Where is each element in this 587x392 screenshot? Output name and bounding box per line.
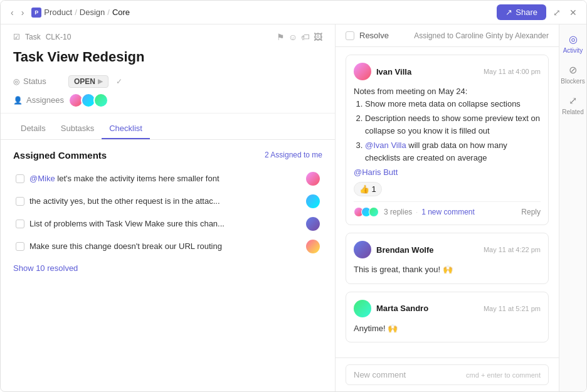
task-header: ☑ Task CLK-10 ⚑ ☺ 🏷 🖼 Task View Redesign…: [1, 24, 335, 114]
show-resolved-link[interactable]: Show 10 resolved: [13, 263, 78, 273]
author-ivan: Ivan Villa: [376, 67, 411, 77]
item-text-1: @Mike let's make the activity items here…: [29, 174, 301, 183]
new-comment-area: New comment cmd + enter to comment: [336, 358, 559, 391]
sidebar-related[interactable]: ⤢ Related: [559, 91, 586, 119]
task-id: Task: [25, 33, 41, 41]
comment-body-ivan: Notes from meeting on May 24: Show more …: [354, 85, 541, 164]
comment-header-marta: Marta Sandro May 11 at 5:21 pm: [354, 300, 541, 317]
status-label-text: Status: [23, 77, 46, 86]
close-button[interactable]: ✕: [568, 6, 579, 19]
nav-back-button[interactable]: ‹: [8, 6, 16, 19]
checklist-content: Assigned Comments 2 Assigned to me @Mike…: [1, 140, 335, 391]
new-comment-input[interactable]: New comment cmd + enter to comment: [346, 364, 549, 385]
blockers-icon: ⊘: [569, 64, 577, 76]
flag-icon[interactable]: ⚑: [277, 32, 285, 42]
nav-forward-button[interactable]: ›: [19, 6, 27, 19]
tag-icon[interactable]: 🏷: [301, 32, 310, 42]
item-avatar-3: [306, 217, 320, 231]
status-field: ◎ Status OPEN ▶ ✓: [13, 75, 322, 88]
app-container: ‹ › P Product / Design / Core ↗ Share ⤢ …: [0, 0, 587, 392]
tab-details[interactable]: Details: [13, 119, 53, 139]
checkbox-4[interactable]: [16, 242, 24, 251]
tabs: Details Subtasks Checklist: [1, 119, 335, 140]
comment-mention-haris[interactable]: @Haris Butt: [354, 167, 541, 177]
body-list: Show more meta data on collapse sections…: [354, 98, 541, 164]
assignees-label: 👤 Assignees: [13, 95, 63, 105]
tab-checklist[interactable]: Checklist: [102, 119, 150, 139]
nav-arrows: ‹ ›: [8, 6, 26, 19]
status-badge[interactable]: OPEN ▶: [68, 75, 108, 88]
blockers-label: Blockers: [561, 78, 584, 85]
activity-icon: ◎: [569, 33, 578, 45]
comment-brendan: Brendan Wolfe May 11 at 4:22 pm This is …: [346, 233, 549, 284]
task-id-value: CLK-10: [46, 33, 71, 41]
sidebar-blockers[interactable]: ⊘ Blockers: [559, 60, 586, 88]
item-avatar-1: [306, 172, 320, 186]
checklist-items: @Mike let's make the activity items here…: [13, 168, 322, 257]
mention-mike: @Mike: [29, 174, 55, 183]
avatar-marta: [354, 300, 371, 317]
time-brendan: May 11 at 4:22 pm: [484, 246, 541, 253]
left-panel: ☑ Task CLK-10 ⚑ ☺ 🏷 🖼 Task View Redesign…: [1, 24, 336, 391]
activity-panel: Resolve Assigned to Caroline Ginty by Al…: [336, 24, 559, 391]
tab-subtasks[interactable]: Subtasks: [53, 119, 102, 139]
reply-avatar-3: [369, 207, 379, 217]
emoji-icon[interactable]: ☺: [288, 32, 297, 42]
comment-header-brendan: Brendan Wolfe May 11 at 4:22 pm: [354, 241, 541, 258]
checkbox-3[interactable]: [16, 220, 24, 228]
list-item-2: Description needs to show some preview t…: [365, 112, 541, 137]
author-marta: Marta Sandro: [376, 304, 428, 313]
checkbox-2[interactable]: [16, 197, 24, 206]
body-title: Notes from meeting on May 24:: [354, 85, 541, 98]
task-title: Task View Redesign: [13, 48, 322, 66]
section-header: Assigned Comments 2 Assigned to me: [13, 150, 322, 161]
right-sidebar: ◎ Activity ⊘ Blockers ⤢ Related: [559, 24, 586, 391]
top-bar: ‹ › P Product / Design / Core ↗ Share ⤢ …: [1, 1, 586, 24]
checklist-item: the activity yes, but the other request …: [13, 191, 322, 212]
checkbox-1[interactable]: [16, 174, 24, 183]
status-label: ◎ Status: [13, 77, 63, 86]
comment-hint: cmd + enter to comment: [466, 371, 541, 379]
assignees-field: 👤 Assignees: [13, 93, 322, 108]
avatar-brendan: [354, 241, 371, 258]
reply-avatars: [354, 207, 376, 217]
assignees-label-text: Assignees: [26, 95, 64, 105]
related-icon: ⤢: [569, 95, 577, 107]
new-comment-link[interactable]: 1 new comment: [421, 208, 475, 216]
section-title: Assigned Comments: [13, 150, 107, 161]
breadcrumb-core[interactable]: Core: [112, 8, 130, 17]
assignees-field-icon: 👤: [13, 96, 23, 105]
list-item-3: @Ivan Villa will grab data on how many c…: [365, 139, 541, 164]
breadcrumb-design[interactable]: Design: [80, 8, 105, 17]
replies-count: 3 replies: [384, 208, 412, 216]
item-avatar-2: [306, 194, 320, 208]
breadcrumb: P Product / Design / Core: [31, 8, 130, 18]
reply-button[interactable]: Reply: [521, 208, 541, 216]
checklist-item: List of problems with Task View Make sur…: [13, 213, 322, 235]
checklist-item: @Mike let's make the activity items here…: [13, 168, 322, 189]
assigned-badge[interactable]: 2 Assigned to me: [265, 151, 322, 159]
reaction-thumbs-up[interactable]: 👍 1: [354, 182, 382, 196]
breadcrumb-product[interactable]: Product: [44, 8, 72, 17]
resolve-checkbox[interactable]: [346, 31, 354, 40]
mention-ivan-link[interactable]: @Ivan Villa: [365, 140, 406, 150]
share-label: Share: [516, 8, 537, 17]
resolve-area: Resolve: [346, 31, 389, 40]
body-text-marta: Anytime! 🙌: [354, 324, 398, 333]
expand-button[interactable]: ⤢: [551, 6, 563, 19]
sidebar-activity[interactable]: ◎ Activity: [559, 29, 586, 58]
time-marta: May 11 at 5:21 pm: [484, 305, 541, 312]
comment-header-ivan: Ivan Villa May 11 at 4:00 pm: [354, 63, 541, 80]
image-icon[interactable]: 🖼: [314, 32, 322, 42]
avatar-3: [93, 93, 108, 108]
share-button[interactable]: ↗ Share: [497, 4, 546, 20]
meta-icons: ⚑ ☺ 🏷 🖼: [277, 32, 322, 42]
top-bar-left: ‹ › P Product / Design / Core: [8, 6, 130, 19]
status-field-icon: ◎: [13, 77, 19, 86]
status-check-icon[interactable]: ✓: [116, 77, 122, 86]
assignee-avatars[interactable]: [68, 93, 106, 108]
author-brendan: Brendan Wolfe: [376, 245, 434, 255]
item-text-3: List of problems with Task View Make sur…: [29, 219, 301, 228]
comment-placeholder: New comment: [354, 370, 406, 379]
breadcrumb-sep-1: /: [75, 8, 77, 17]
